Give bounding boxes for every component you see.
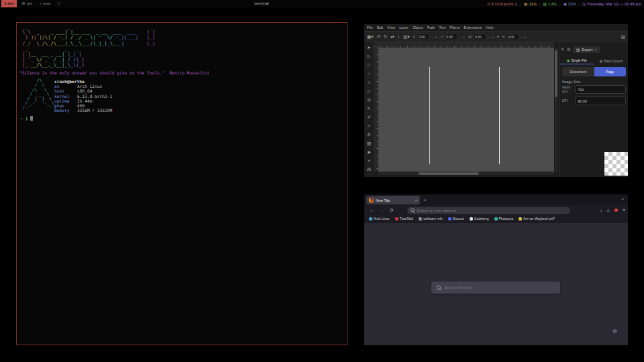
pencil-tool-icon[interactable]: ✎ bbox=[367, 106, 370, 111]
lock-ratio-icon[interactable]: ▪ bbox=[497, 34, 498, 39]
layers-panel-icon[interactable]: ⧉ bbox=[567, 47, 570, 52]
dpi-input[interactable] bbox=[575, 97, 626, 105]
workspace-item[interactable]: ♪mus bbox=[37, 0, 53, 7]
y-minus-button[interactable]: − bbox=[459, 35, 462, 39]
personalize-gear-icon[interactable]: ⚙ bbox=[612, 328, 617, 335]
rotate-ccw-icon[interactable]: ↺ bbox=[376, 34, 380, 40]
home-icon[interactable]: ⌂ bbox=[607, 208, 610, 213]
rotate-cw-icon[interactable]: ↻ bbox=[384, 34, 387, 40]
fetch-row: uptime2h 44m bbox=[54, 99, 112, 103]
h-input[interactable] bbox=[506, 34, 519, 40]
list-all-tabs-icon[interactable]: ⌄ bbox=[621, 196, 625, 201]
h-minus-button[interactable]: − bbox=[521, 35, 523, 39]
newtab-search-input[interactable] bbox=[444, 286, 555, 290]
node-editor-tool-icon[interactable]: ▷ bbox=[368, 54, 371, 58]
bookmark-item[interactable]: Tuta Mail bbox=[395, 217, 413, 221]
workspace-item[interactable]: □ bbox=[55, 0, 63, 7]
x-minus-button[interactable]: − bbox=[431, 35, 434, 39]
snap-toggle-icon[interactable]: ▨ bbox=[621, 34, 625, 40]
workspace-item[interactable]: 1 dev bbox=[1, 0, 17, 7]
bookmark-item[interactable]: Are we Wayland yet? bbox=[519, 217, 555, 221]
export-panel-tab[interactable]: ▤ Export × bbox=[573, 46, 600, 53]
vertical-ruler[interactable] bbox=[374, 48, 378, 172]
document-button[interactable]: Document bbox=[562, 67, 594, 76]
menu-icon[interactable]: ≡ bbox=[623, 208, 625, 213]
reload-icon[interactable]: ⟳ bbox=[390, 208, 394, 213]
menu-extensions[interactable]: Extensions bbox=[464, 25, 482, 29]
recording-indicator-icon[interactable] bbox=[614, 208, 618, 212]
bookmark-item[interactable]: Discord bbox=[448, 217, 464, 221]
star-tool-icon[interactable]: ☆ bbox=[367, 80, 371, 84]
bookmark-item[interactable]: Codeberg bbox=[470, 217, 489, 221]
bookmark-favicon bbox=[395, 217, 398, 221]
menu-layer[interactable]: Layer bbox=[399, 25, 409, 29]
close-tab-icon[interactable]: × bbox=[415, 198, 417, 202]
w-plus-button[interactable]: + bbox=[491, 35, 494, 39]
browser-tab[interactable]: New Tab × bbox=[366, 196, 420, 204]
tab-batch-export[interactable]: ▦ Batch Export bbox=[594, 57, 629, 64]
flip-horizontal-icon[interactable]: ⇄ bbox=[390, 34, 394, 40]
horizontal-ruler[interactable] bbox=[374, 42, 554, 48]
bookmark-label: Tuta Mail bbox=[400, 217, 413, 221]
menu-path[interactable]: Path bbox=[427, 25, 435, 29]
workspace-item[interactable]: ⚙ust bbox=[19, 0, 34, 7]
y-input[interactable] bbox=[444, 34, 458, 40]
forward-icon[interactable]: → bbox=[380, 208, 384, 213]
w-input[interactable] bbox=[473, 34, 486, 40]
terminal-window[interactable]: __ _ _ \ \ _ _ ___| |__ ___ _ __ ___ ___… bbox=[16, 22, 347, 345]
align-dropdown-icon[interactable]: ▥▾ bbox=[403, 34, 409, 40]
canvas-vertical-scrollbar[interactable] bbox=[555, 48, 557, 172]
bookmark-item[interactable]: software refs bbox=[419, 217, 443, 221]
x-input[interactable] bbox=[417, 34, 430, 40]
rectangle-tool-icon[interactable]: □ bbox=[368, 62, 370, 67]
menu-object[interactable]: Object bbox=[413, 25, 423, 29]
bookmark-item[interactable]: Arch Linux bbox=[369, 217, 390, 221]
menu-view[interactable]: View bbox=[387, 25, 395, 29]
h-plus-button[interactable]: + bbox=[524, 35, 527, 39]
menu-filters[interactable]: Filters bbox=[449, 25, 460, 29]
calligraphy-tool-icon[interactable]: ∿ bbox=[367, 123, 370, 128]
browser-window[interactable]: New Tab × + ⌄ ← → ⟳ ↓ ⌂ ≡ Arch LinuxTuta… bbox=[364, 194, 628, 345]
url-input[interactable] bbox=[417, 208, 567, 213]
selector-tool-icon[interactable]: ➤ bbox=[367, 45, 370, 50]
new-tab-button[interactable]: + bbox=[423, 196, 427, 204]
inkscape-window[interactable]: FileEditViewLayerObjectPathTextFiltersEx… bbox=[364, 24, 628, 177]
page-button[interactable]: Page bbox=[594, 67, 627, 76]
menu-edit[interactable]: Edit bbox=[377, 25, 383, 29]
download-icon[interactable]: ↓ bbox=[600, 208, 602, 213]
scrollbar-thumb[interactable] bbox=[419, 172, 479, 175]
text-tool-icon[interactable]: A bbox=[368, 132, 370, 137]
canvas[interactable] bbox=[378, 48, 554, 172]
close-panel-icon[interactable]: × bbox=[594, 48, 596, 52]
w-minus-button[interactable]: − bbox=[488, 35, 490, 39]
tab-single-file[interactable]: ▣ Single File bbox=[559, 57, 594, 64]
gradient-tool-icon[interactable]: ▧ bbox=[367, 141, 371, 145]
ai-tool-icon[interactable]: AI bbox=[367, 167, 371, 172]
bookmark-item[interactable]: Photopea bbox=[494, 217, 513, 221]
dropper-tool-icon[interactable]: ◈ bbox=[368, 149, 371, 154]
spiral-tool-icon[interactable]: ◎ bbox=[367, 97, 371, 102]
scrollbar-thumb[interactable] bbox=[555, 50, 557, 97]
flip-vertical-icon[interactable]: ↕ bbox=[398, 34, 400, 39]
status-kernel-text: 6.13.8-arch1-1 bbox=[491, 2, 517, 6]
3d-box-tool-icon[interactable]: ◇ bbox=[368, 88, 371, 93]
selection-mode-dropdown-icon[interactable]: ▦▾ bbox=[367, 34, 373, 40]
url-bar[interactable] bbox=[407, 207, 570, 215]
x-plus-button[interactable]: + bbox=[435, 35, 437, 39]
edit-panel-icon[interactable]: ✎ bbox=[561, 47, 564, 52]
menu-file[interactable]: File bbox=[367, 25, 373, 29]
pen-tool-icon[interactable]: ✐ bbox=[367, 115, 370, 119]
ellipse-tool-icon[interactable]: ○ bbox=[368, 71, 370, 76]
menu-text[interactable]: Text bbox=[439, 25, 445, 29]
y-plus-button[interactable]: + bbox=[463, 35, 466, 39]
status-disk: ▤31G bbox=[524, 1, 537, 6]
shell-prompt[interactable]: ~ ❯ bbox=[20, 116, 33, 121]
measure-tool-icon[interactable]: ⌖ bbox=[368, 158, 370, 163]
width-input[interactable] bbox=[575, 85, 626, 94]
fetch-key: kernel bbox=[54, 94, 77, 99]
canvas-horizontal-scrollbar[interactable] bbox=[378, 172, 554, 175]
back-icon[interactable]: ← bbox=[370, 208, 374, 213]
welcome-ascii-art: __ _ _ \ \ _ _ ___| |__ ___ _ __ ___ ___… bbox=[19, 24, 156, 68]
newtab-search-box[interactable] bbox=[431, 282, 560, 294]
menu-help[interactable]: Help bbox=[486, 25, 493, 29]
